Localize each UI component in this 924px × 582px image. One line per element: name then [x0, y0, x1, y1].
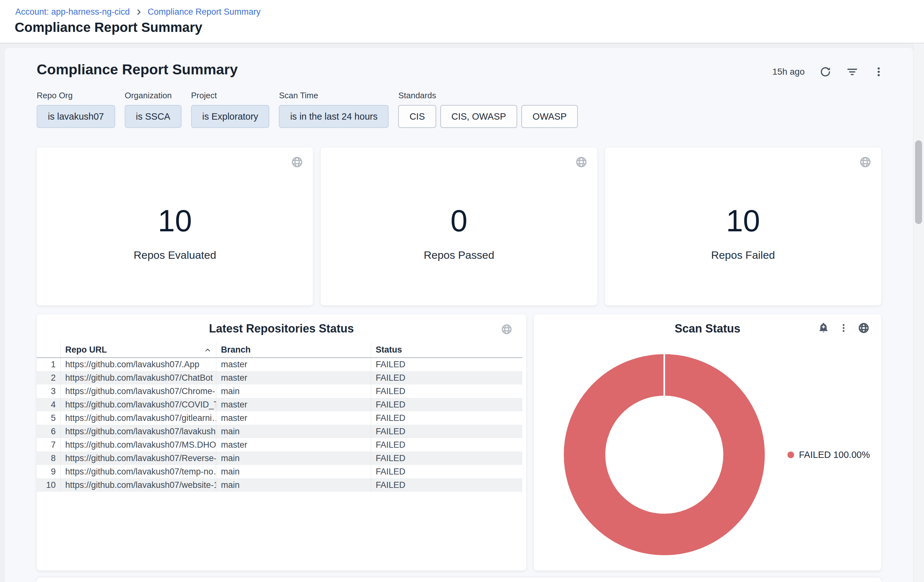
breadcrumb-current-link[interactable]: Compliance Report Summary [148, 7, 261, 17]
filter-scan-time-chip[interactable]: is in the last 24 hours [279, 105, 389, 128]
vertical-scrollbar-track [913, 43, 924, 582]
table-row: 2https://github.com/lavakush07/ChatBotma… [37, 371, 522, 384]
row-number: 8 [37, 452, 60, 465]
globe-icon [859, 156, 872, 168]
globe-icon [858, 322, 870, 334]
tile-content: 10 Repos Evaluated [134, 206, 216, 261]
cell-branch: main [216, 478, 371, 492]
scan-panel-actions [817, 322, 870, 334]
standards-option-cis[interactable]: CIS [398, 105, 436, 128]
filter-scan-time: Scan Time is in the last 24 hours [279, 91, 389, 128]
refresh-button[interactable] [819, 66, 832, 78]
legend-failed-swatch [787, 452, 794, 458]
latest-repositories-panel: Latest Repositories Status Repo URL Bran… [37, 314, 526, 570]
column-label: Branch [221, 345, 251, 354]
tile-content: 0 Repos Passed [424, 206, 494, 261]
cell-branch: main [216, 465, 371, 478]
filter-project-chip[interactable]: is Exploratory [191, 105, 270, 128]
row-number-header [37, 342, 60, 358]
filter-button[interactable] [846, 66, 858, 78]
page-header: Account: app-harness-ng-cicd Compliance … [0, 0, 924, 43]
breadcrumb-account-link[interactable]: Account: app-harness-ng-cicd [15, 7, 130, 17]
filter-bar: Repo Org is lavakush07 Organization is S… [37, 91, 578, 128]
globe-icon [501, 323, 513, 335]
dashboard-actions: 15h ago [772, 66, 884, 78]
standards-options: CIS CIS, OWASP OWASP [398, 105, 578, 128]
next-panel-partial [37, 577, 881, 582]
cell-repo-url: https://github.com/lavakush07/.App [60, 358, 216, 371]
row-number: 5 [37, 411, 60, 425]
breadcrumb: Account: app-harness-ng-cicd Compliance … [15, 7, 261, 17]
filter-label: Scan Time [279, 91, 389, 101]
standards-option-owasp[interactable]: OWASP [521, 105, 578, 128]
filter-project: Project is Exploratory [191, 91, 270, 128]
repositories-table: Repo URL Branch Status 1https://github.c… [37, 342, 522, 492]
table-row: 6https://github.com/lavakush07/lavakush…… [37, 425, 522, 438]
cell-repo-url: https://github.com/lavakush07/lavakush… [60, 425, 216, 438]
cell-status: FAILED [371, 425, 522, 438]
row-number: 4 [37, 398, 60, 411]
table-row: 10https://github.com/lavakush07/website-… [37, 478, 522, 492]
globe-icon [575, 156, 588, 168]
cell-status: FAILED [371, 411, 522, 425]
cell-branch: main [216, 384, 371, 398]
cell-status: FAILED [371, 371, 522, 384]
panel-title: Latest Repositories Status [37, 322, 526, 335]
filter-label: Organization [125, 91, 182, 101]
cell-branch: master [216, 411, 371, 425]
table-row: 4https://github.com/lavakush07/COVID_T…m… [37, 398, 522, 411]
tile-repos-evaluated: 10 Repos Evaluated [37, 147, 313, 305]
chevron-right-icon [135, 8, 143, 16]
table-row: 3https://github.com/lavakush07/Chrome-…m… [37, 384, 522, 398]
row-number: 10 [37, 478, 60, 492]
chart-legend: FAILED 100.00% [787, 450, 870, 460]
filter-repo-org: Repo Org is lavakush07 [37, 91, 115, 128]
row-number: 3 [37, 384, 60, 398]
kebab-menu-icon [838, 323, 849, 333]
table-row: 1https://github.com/lavakush07/.Appmaste… [37, 358, 522, 371]
table-row: 9https://github.com/lavakush07/temp-no…m… [37, 465, 522, 478]
table-row: 8https://github.com/lavakush07/Reverse-…… [37, 452, 522, 465]
cell-status: FAILED [371, 438, 522, 452]
vertical-scrollbar-thumb[interactable] [915, 140, 922, 224]
table-row: 7https://github.com/lavakush07/MS.DHO…ma… [37, 438, 522, 452]
filter-label: Standards [398, 91, 578, 101]
filter-icon [846, 66, 858, 78]
filter-organization-chip[interactable]: is SSCA [125, 105, 182, 128]
filter-organization: Organization is SSCA [125, 91, 182, 128]
column-header-status[interactable]: Status [371, 342, 522, 358]
filter-standards: Standards CIS CIS, OWASP OWASP [398, 91, 578, 128]
cell-repo-url: https://github.com/lavakush07/MS.DHO… [60, 438, 216, 452]
tile-value: 0 [450, 206, 467, 236]
tile-label: Repos Evaluated [134, 249, 216, 261]
alert-bell-button[interactable] [817, 322, 830, 334]
cell-branch: master [216, 398, 371, 411]
tile-repos-failed: 10 Repos Failed [605, 147, 881, 305]
column-header-repo-url[interactable]: Repo URL [60, 342, 216, 358]
dashboard-canvas: Compliance Report Summary 15h ago Repo O… [5, 48, 913, 582]
filter-repo-org-chip[interactable]: is lavakush07 [37, 105, 115, 128]
cell-status: FAILED [371, 398, 522, 411]
bottom-panels-row: Latest Repositories Status Repo URL Bran… [37, 314, 881, 570]
cell-status: FAILED [371, 358, 522, 371]
cell-status: FAILED [371, 478, 522, 492]
more-options-button[interactable] [873, 66, 884, 77]
scan-status-panel: Scan Status FAILED 100.00% [534, 314, 881, 570]
refresh-icon [819, 66, 832, 78]
tile-label: Repos Passed [424, 249, 494, 261]
table-row: 5https://github.com/lavakush07/gitlearni… [37, 411, 522, 425]
standards-option-cis-owasp[interactable]: CIS, OWASP [440, 105, 517, 128]
row-number: 6 [37, 425, 60, 438]
filter-label: Repo Org [37, 91, 115, 101]
row-number: 9 [37, 465, 60, 478]
tile-menu-button[interactable] [838, 323, 849, 333]
cell-status: FAILED [371, 452, 522, 465]
cell-branch: master [216, 438, 371, 452]
row-number: 7 [37, 438, 60, 452]
scan-status-donut-chart [562, 353, 766, 557]
kebab-menu-icon [873, 66, 884, 77]
cell-repo-url: https://github.com/lavakush07/ChatBot [60, 371, 216, 384]
column-header-branch[interactable]: Branch [216, 342, 371, 358]
cell-status: FAILED [371, 465, 522, 478]
filter-label: Project [191, 91, 270, 101]
